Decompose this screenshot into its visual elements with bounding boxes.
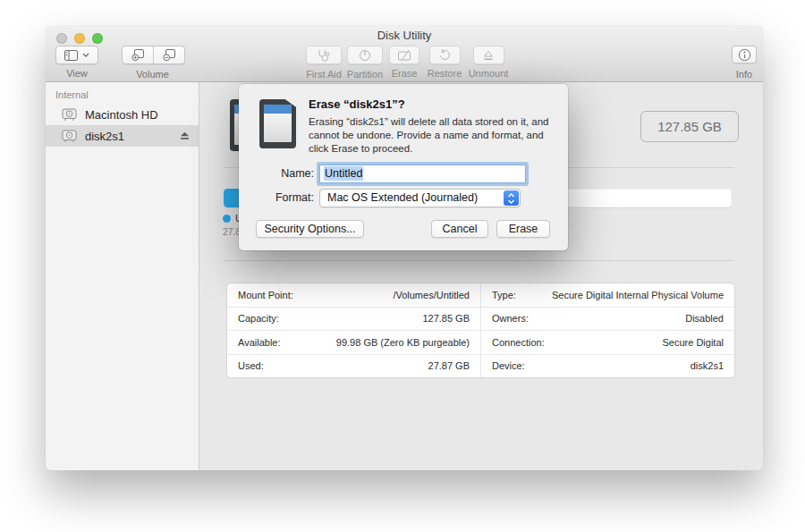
view-button[interactable] [55, 46, 98, 64]
info-value: 99.98 GB (Zero KB purgeable) [336, 337, 470, 348]
sidebar-item-label: disk2s1 [85, 130, 180, 143]
volume-minus-icon [163, 49, 176, 62]
toolbar-unmount-cluster: Unmount [457, 46, 520, 79]
info-icon [738, 48, 751, 62]
info-value: Disabled [685, 313, 724, 324]
name-input[interactable]: Untitled [319, 165, 526, 183]
table-row: Type: Secure Digital Internal Physical V… [481, 283, 734, 307]
titlebar-toolbar: Disk Utility View [46, 26, 763, 82]
info-value: Secure Digital [663, 337, 724, 348]
table-row: Device: disk2s1 [481, 354, 734, 378]
divider [224, 260, 734, 261]
security-options-button[interactable]: Security Options... [256, 220, 364, 238]
desktop: Disk Utility View [0, 0, 805, 532]
sidebar-item-macintosh-hd[interactable]: Macintosh HD [46, 104, 199, 125]
info-value: 127.85 GB [422, 313, 470, 324]
sidebar-item-label: Macintosh HD [85, 108, 199, 122]
volume-segmented-control [122, 46, 185, 64]
table-row: Connection: Secure Digital [481, 330, 734, 354]
toolbar-volume-cluster: Volume [122, 46, 183, 80]
disk-size-badge: 127.85 GB [640, 111, 739, 142]
stethoscope-icon [318, 49, 331, 62]
eject-volume-button[interactable] [180, 131, 190, 140]
table-row: Capacity: 127.85 GB [227, 307, 480, 331]
info-value: disk2s1 [691, 360, 724, 371]
table-row: Owners: Disabled [481, 307, 734, 331]
eject-icon [180, 131, 190, 140]
cancel-button[interactable]: Cancel [431, 220, 488, 238]
info-label: Available: [238, 337, 281, 348]
volume-info-table: Mount Point: /Volumes/Untitled Capacity:… [226, 283, 735, 378]
add-volume-button[interactable] [123, 46, 153, 63]
view-label: View [46, 68, 111, 79]
name-field-label: Name: [246, 165, 314, 183]
info-label: Type: [492, 290, 516, 300]
name-input-selected-text: Untitled [324, 166, 363, 181]
toolbar-info-cluster: Info [713, 46, 763, 80]
info-label: Info [713, 69, 763, 80]
restore-button[interactable] [429, 46, 461, 64]
eject-icon [483, 50, 494, 61]
dialog-title: Erase “disk2s1”? [309, 97, 405, 111]
sd-card-icon [259, 99, 296, 148]
erase-icon [398, 49, 411, 61]
info-value: Secure Digital Internal Physical Volume [552, 290, 724, 300]
erase-dialog: Erase “disk2s1”? Erasing “disk2s1” will … [239, 84, 568, 250]
info-value: 27.87 GB [428, 360, 470, 371]
window-title: Disk Utility [46, 29, 763, 42]
info-label: Capacity: [238, 313, 279, 324]
chevron-down-icon [82, 53, 89, 57]
info-button[interactable] [732, 46, 757, 63]
sidebar-item-disk2s1[interactable]: disk2s1 [46, 125, 199, 147]
unmount-button[interactable] [473, 46, 504, 64]
info-label: Mount Point: [238, 290, 293, 300]
volume-label: Volume [122, 69, 183, 80]
info-label: Connection: [492, 337, 545, 348]
erase-confirm-button[interactable]: Erase [496, 220, 550, 238]
legend-used-dot [223, 215, 231, 223]
info-value: /Volumes/Untitled [393, 290, 470, 300]
format-field-label: Format: [246, 189, 314, 207]
table-row: Used: 27.87 GB [227, 354, 480, 378]
info-label: Used: [238, 360, 264, 371]
restore-arrow-icon [438, 49, 451, 61]
info-label: Device: [492, 360, 525, 371]
format-dropdown-value: Mac OS Extended (Journaled) [327, 191, 478, 204]
table-row: Mount Point: /Volumes/Untitled [227, 283, 480, 307]
sidebar: Internal Macintosh HD disk2s1 [46, 82, 199, 470]
disk-drive-icon [62, 130, 77, 142]
volume-plus-icon [131, 49, 145, 62]
dialog-message: Erasing “disk2s1” will delete all data s… [309, 115, 556, 156]
sidebar-view-icon [64, 50, 78, 61]
format-dropdown[interactable]: Mac OS Extended (Journaled) [319, 189, 521, 207]
info-table-left-column: Mount Point: /Volumes/Untitled Capacity:… [227, 283, 480, 377]
sidebar-section-internal: Internal [55, 89, 89, 100]
info-table-right-column: Type: Secure Digital Internal Physical V… [480, 283, 734, 377]
table-row: Available: 99.98 GB (Zero KB purgeable) [227, 330, 480, 354]
toolbar-view-cluster: View [46, 46, 111, 79]
remove-volume-button[interactable] [153, 46, 184, 63]
unmount-label: Unmount [457, 68, 520, 79]
dropdown-stepper-icon [504, 190, 519, 206]
info-label: Owners: [492, 313, 529, 324]
disk-drive-icon [62, 108, 77, 121]
partition-pie-icon [359, 49, 371, 62]
